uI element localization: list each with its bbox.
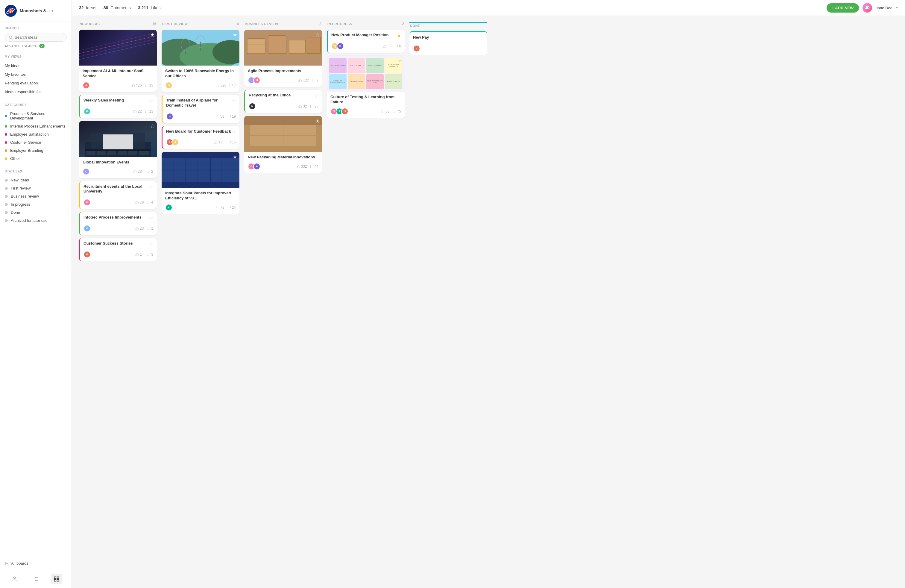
- star-icon[interactable]: ☆: [316, 32, 320, 38]
- svg-rect-44: [186, 170, 210, 182]
- avatar: M: [253, 77, 260, 84]
- sidebar-item-my-favorites[interactable]: My favorites: [5, 70, 67, 79]
- category-employee-satisfaction[interactable]: Employee Satisfaction: [5, 130, 67, 138]
- column-title-done: DONE: [410, 24, 420, 27]
- category-customer-service[interactable]: Customer Service: [5, 138, 67, 146]
- card-recruitment[interactable]: Recruitment events at the Local Universi…: [79, 181, 157, 209]
- status-business-review[interactable]: Business review: [5, 192, 67, 200]
- column-header-first-review: FIRST REVIEW 4: [162, 22, 240, 26]
- star-icon[interactable]: ☆: [149, 98, 153, 103]
- comments-count: 4: [147, 200, 153, 205]
- card-packaging[interactable]: ★ New Packaging Material Innovations O P: [244, 116, 322, 173]
- card-renewable[interactable]: ★ Switch to 100% Renewable Energy in our…: [162, 30, 240, 92]
- search-box[interactable]: [5, 33, 67, 41]
- comments-count: 9: [312, 78, 318, 82]
- card-infosec[interactable]: InfoSec Process Improvements ☆ E 23: [79, 212, 157, 235]
- star-icon[interactable]: ★: [233, 32, 237, 38]
- star-icon[interactable]: ★: [150, 32, 154, 38]
- star-icon[interactable]: ☆: [398, 58, 402, 64]
- star-icon[interactable]: ☆: [149, 241, 153, 247]
- column-business-review: BUSINESS REVIEW 3: [244, 22, 322, 582]
- hills-illustration: [162, 30, 240, 65]
- card-footer: Q R 33 6: [331, 43, 401, 50]
- category-other[interactable]: Other: [5, 154, 67, 162]
- column-count-first-review: 4: [237, 22, 239, 26]
- svg-rect-23: [103, 134, 133, 149]
- status-in-progress[interactable]: In progress: [5, 200, 67, 208]
- category-dot: [5, 114, 7, 117]
- card-image-wrapper: ☆: [244, 30, 322, 65]
- star-icon[interactable]: ☆: [314, 93, 318, 99]
- card-customer-success[interactable]: Customer Success Stories ☆ F 14: [79, 238, 157, 261]
- svg-rect-45: [211, 170, 240, 182]
- card-footer: G 326 7: [165, 82, 236, 89]
- card-product-manager[interactable]: New Product Manager Position ★ Q R: [327, 30, 405, 53]
- star-icon[interactable]: ★: [233, 154, 237, 160]
- card-meta: 78 24: [216, 205, 236, 210]
- app-dropdown-icon[interactable]: ▾: [51, 9, 53, 13]
- status-first-review[interactable]: First review: [5, 184, 67, 192]
- card-agile[interactable]: ☆ Agile Process Improvements L M: [244, 30, 322, 87]
- card-image-wrapper: ★: [162, 152, 240, 188]
- board-icon-button[interactable]: [51, 574, 62, 585]
- sticky-note: CULTURAL PLANS: [329, 58, 346, 73]
- cards-list-business-review: ☆ Agile Process Improvements L M: [244, 30, 322, 173]
- category-employer-branding[interactable]: Employer Branding: [5, 146, 67, 154]
- all-boards-link[interactable]: ⊞ All boards: [0, 557, 71, 570]
- card-meta: 234 2: [133, 170, 153, 174]
- search-input[interactable]: [15, 35, 63, 40]
- sidebar-item-ideas-responsible-for[interactable]: Ideas responsible for: [5, 87, 67, 96]
- status-done[interactable]: Done: [5, 208, 67, 216]
- card-new-board-feedback[interactable]: New Board for Customer Feedback ☆ I J: [162, 126, 240, 149]
- user-menu-chevron[interactable]: ▾: [896, 6, 898, 10]
- category-internal-process[interactable]: Internal Process Enhancements: [5, 122, 67, 130]
- card-image-wrapper: ☆: [79, 121, 157, 157]
- likes-count: 78: [135, 200, 144, 205]
- decorative-lines: [79, 30, 157, 65]
- card-image: [244, 30, 322, 65]
- card-global-innovation[interactable]: ☆ Global Innovation Events C 234: [79, 121, 157, 178]
- card-body: Integrate Solar Panels for Improved Effi…: [162, 188, 240, 214]
- card-footer: O P 332 44: [248, 163, 318, 170]
- add-new-button[interactable]: + ADD NEW: [827, 3, 859, 13]
- star-icon[interactable]: ☆: [232, 129, 236, 135]
- avatar: N: [249, 103, 256, 110]
- likes-count: 22: [133, 109, 141, 113]
- svg-line-19: [79, 41, 157, 60]
- card-train[interactable]: Train Instead of Airplane for Domestic T…: [162, 95, 240, 123]
- sidebar-item-my-ideas[interactable]: My ideas: [5, 61, 67, 70]
- topbar-stats: 32 Ideas 86 Comments 3,211 Likes: [79, 5, 161, 10]
- card-ai-ml[interactable]: ★ Implement AI & ML into our SaaS Servic…: [79, 30, 157, 92]
- status-archived[interactable]: Archived for later use: [5, 216, 67, 224]
- star-icon[interactable]: ☆: [149, 184, 153, 190]
- list-icon-button[interactable]: [30, 574, 41, 585]
- card-recycling[interactable]: Recycling at the Office ☆ N 32: [244, 90, 322, 113]
- status-new-ideas[interactable]: New ideas: [5, 176, 67, 184]
- search-label: SEARCH: [5, 27, 67, 30]
- app-logo-area[interactable]: NASA Moonshots &... ▾: [0, 0, 71, 22]
- card-body: New Pay V: [410, 32, 487, 55]
- card-new-pay[interactable]: New Pay V: [410, 31, 487, 55]
- star-icon[interactable]: ☆: [232, 98, 236, 103]
- card-weekly-sales[interactable]: Weekly Sales Meeting ☆ B 22: [79, 95, 157, 118]
- card-footer: H 53 19: [166, 113, 236, 120]
- status-dot: [5, 187, 8, 190]
- star-icon[interactable]: ☆: [150, 123, 154, 129]
- star-icon[interactable]: ★: [316, 118, 320, 124]
- people-icon-button[interactable]: [10, 574, 21, 585]
- sidebar-item-pending-evaluation[interactable]: Pending evaluation: [5, 79, 67, 87]
- card-avatars: G: [165, 82, 171, 89]
- comments-count: 7: [229, 83, 236, 87]
- card-avatars: H: [166, 113, 171, 120]
- card-avatars: E: [84, 225, 89, 232]
- card-solar[interactable]: ★ Integrate Solar Panels for Improved Ef…: [162, 152, 240, 214]
- svg-point-6: [13, 577, 16, 579]
- star-icon[interactable]: ★: [397, 33, 401, 38]
- card-meta: 22 23: [133, 109, 153, 113]
- category-products-services[interactable]: Products & Services Development: [5, 110, 67, 122]
- card-avatars: I J: [166, 138, 177, 146]
- search-icon: [9, 35, 13, 40]
- card-culture[interactable]: CULTURAL PLANS DEVELOP SKILLS DARE SHARI…: [327, 56, 405, 118]
- advanced-search[interactable]: ADVANCED SEARCH 2: [5, 44, 67, 48]
- star-icon[interactable]: ☆: [149, 215, 153, 221]
